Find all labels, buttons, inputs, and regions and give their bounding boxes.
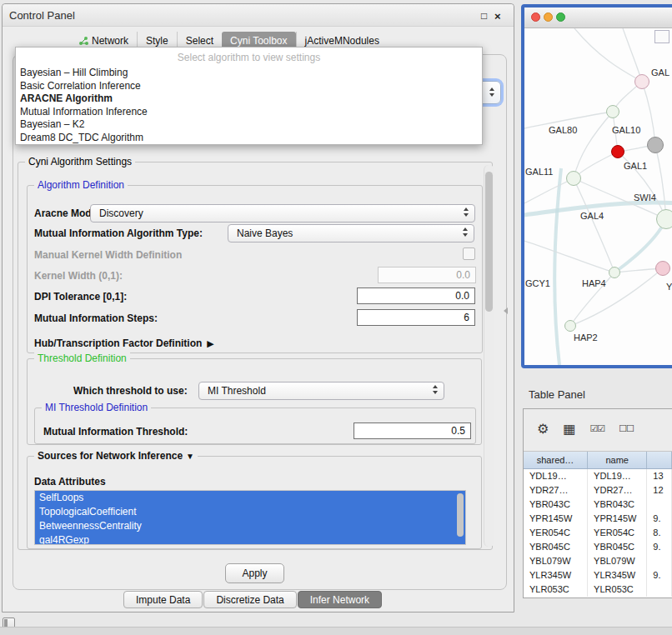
table-row[interactable]: YBR043C YBR043C xyxy=(524,498,672,512)
network-node[interactable] xyxy=(564,320,576,332)
columns-icon[interactable]: ▦ xyxy=(563,421,575,437)
node-label: HAP2 xyxy=(574,332,598,342)
cyni-bottom-tab-bar: Impute Data Discretize Data Infer Networ… xyxy=(123,591,382,608)
table-cell: 12 xyxy=(647,483,672,498)
minimize-button[interactable] xyxy=(544,12,553,22)
splitter-collapse-arrow[interactable] xyxy=(504,308,508,314)
column-header[interactable]: name xyxy=(588,452,647,468)
dropdown-item[interactable]: Mutual Information Inference xyxy=(18,106,479,119)
threshold-definition-group: Threshold Definition Which threshold to … xyxy=(27,358,482,445)
dropdown-item[interactable]: Bayesian – Hill Climbing xyxy=(18,67,479,80)
manual-kernel-width-checkbox xyxy=(463,248,475,260)
sources-group: Sources for Network Inference▼ Data Attr… xyxy=(27,456,482,549)
network-node[interactable] xyxy=(566,171,581,186)
mi-steps-field[interactable] xyxy=(357,309,475,326)
mi-threshold-definition-group: MI Threshold Definition Mutual Informati… xyxy=(34,408,476,444)
tab-infer-network[interactable]: Infer Network xyxy=(298,591,382,608)
which-threshold-combobox[interactable]: MI Threshold xyxy=(198,382,444,400)
expanded-arrow-icon[interactable]: ▼ xyxy=(186,452,194,461)
table-row[interactable]: YER054C YER054C 8. xyxy=(524,526,672,540)
settings-scrollbar-track[interactable] xyxy=(484,165,494,547)
algorithm-dropdown-popup: Select algorithm to view settings Bayesi… xyxy=(15,47,483,145)
control-panel-window: Control Panel □ × Network Style Select C… xyxy=(2,3,514,612)
network-node-selected[interactable] xyxy=(611,145,624,158)
table-cell: 9. xyxy=(647,540,672,554)
data-attributes-list[interactable]: SelfLoops TopologicalCoefficient Between… xyxy=(34,490,466,545)
network-window-titlebar[interactable] xyxy=(524,8,672,28)
mi-threshold-field[interactable] xyxy=(354,422,471,439)
table-row[interactable]: YLR053C YLR053C xyxy=(524,582,672,597)
column-header[interactable] xyxy=(647,452,672,468)
algorithm-definition-legend: Algorithm Definition xyxy=(34,179,128,191)
network-node[interactable] xyxy=(606,105,619,118)
mi-algorithm-type-combobox[interactable]: Naive Bayes xyxy=(228,224,474,242)
network-node[interactable] xyxy=(634,74,649,89)
node-label: GAL10 xyxy=(612,125,640,135)
table-row[interactable]: YBR045C YBR045C 9. xyxy=(524,540,672,554)
node-label: GCY1 xyxy=(525,278,550,288)
column-header[interactable]: shared… xyxy=(524,452,588,468)
settings-scrollbar-thumb[interactable] xyxy=(485,172,493,312)
close-button[interactable] xyxy=(531,12,540,22)
table-cell: YER054C xyxy=(524,526,588,540)
hub-definition-toggle[interactable]: Hub/Transcription Factor Definition▶ xyxy=(34,338,214,349)
list-item[interactable]: SelfLoops xyxy=(35,491,465,505)
gear-icon[interactable]: ⚙ xyxy=(537,421,549,437)
dpi-tolerance-field[interactable] xyxy=(357,288,475,304)
kernel-width-label: Kernel Width (0,1): xyxy=(34,270,123,282)
tab-impute-data[interactable]: Impute Data xyxy=(123,591,203,608)
network-canvas[interactable]: GAL GAL80 GAL10 GAL11 GAL1 SWI4 GAL4 GCY… xyxy=(524,28,672,365)
table-cell: YBR045C xyxy=(524,540,588,554)
list-item[interactable]: gal4RGexp xyxy=(35,533,465,545)
node-label: GAL11 xyxy=(525,167,553,177)
network-node[interactable] xyxy=(655,261,670,276)
table-row[interactable]: YLR345W YLR345W 9. xyxy=(524,568,672,582)
dropdown-item[interactable]: Dream8 DC_TDC Algorithm xyxy=(18,132,479,145)
dropdown-item[interactable]: Bayesian – K2 xyxy=(18,118,479,132)
zoom-button[interactable] xyxy=(556,12,565,22)
mi-algorithm-type-label: Mutual Information Algorithm Type: xyxy=(34,228,203,239)
control-panel-titlebar[interactable]: Control Panel □ × xyxy=(3,4,514,27)
select-all-icon[interactable]: ☑☑ xyxy=(589,423,604,434)
node-label: Y xyxy=(666,282,672,292)
sources-legend[interactable]: Sources for Network Inference▼ xyxy=(34,450,198,462)
mi-threshold-label: Mutual Information Threshold: xyxy=(43,426,188,438)
table-panel-toolbar: ⚙ ▦ ☑☑ ☐☐ xyxy=(524,409,672,452)
list-item[interactable]: TopologicalCoefficient xyxy=(35,505,465,519)
threshold-definition-legend: Threshold Definition xyxy=(34,352,130,364)
manual-kernel-width-label: Manual Kernel Width Definition xyxy=(34,249,182,261)
table-row[interactable]: YDL19… YDL19… 13 xyxy=(524,469,672,483)
close-window-icon[interactable]: × xyxy=(494,10,501,22)
tab-cyni-toolbox-label: Cyni Toolbox xyxy=(230,35,287,47)
mi-algorithm-type-value: Naive Bayes xyxy=(237,228,293,239)
float-window-icon[interactable]: □ xyxy=(481,10,487,22)
tab-discretize-data[interactable]: Discretize Data xyxy=(203,591,296,608)
dpi-tolerance-label: DPI Tolerance [0,1]: xyxy=(34,291,127,302)
list-item[interactable]: BetweennessCentrality xyxy=(35,519,465,533)
table-cell: YLR345W xyxy=(524,568,588,582)
dropdown-item[interactable]: Basic Correlation Inference xyxy=(18,80,479,93)
table-cell: YDR27… xyxy=(524,483,588,498)
dropdown-item-selected[interactable]: ARACNE Algorithm xyxy=(18,92,479,106)
combobox-arrows-icon xyxy=(433,385,438,394)
network-node[interactable] xyxy=(609,267,620,278)
network-node[interactable] xyxy=(656,209,672,229)
table-row[interactable]: YBL079W YBL079W xyxy=(524,554,672,568)
table-cell: YLR053C xyxy=(524,582,588,597)
node-label: GAL xyxy=(651,68,669,78)
aracne-mode-combobox[interactable]: Discovery xyxy=(90,204,475,222)
table-row[interactable]: YDR27… YDR27… 12 xyxy=(524,483,672,498)
algorithm-definition-group: Algorithm Definition Aracne Mode: Discov… xyxy=(27,185,483,353)
node-label: GAL1 xyxy=(624,161,647,171)
table-cell xyxy=(647,582,672,597)
which-threshold-label: Which threshold to use: xyxy=(73,385,188,397)
apply-button[interactable]: Apply xyxy=(225,563,284,583)
network-node[interactable] xyxy=(647,137,664,153)
collapsed-arrow-icon[interactable]: ▶ xyxy=(207,338,213,349)
cyni-algorithm-settings-legend: Cyni Algorithm Settings xyxy=(25,156,135,168)
table-cell xyxy=(647,498,672,512)
tab-discretize-data-label: Discretize Data xyxy=(216,594,283,606)
list-scrollbar-thumb[interactable] xyxy=(457,493,464,537)
table-row[interactable]: YPR145W YPR145W 9. xyxy=(524,512,672,526)
deselect-all-icon[interactable]: ☐☐ xyxy=(619,423,634,434)
